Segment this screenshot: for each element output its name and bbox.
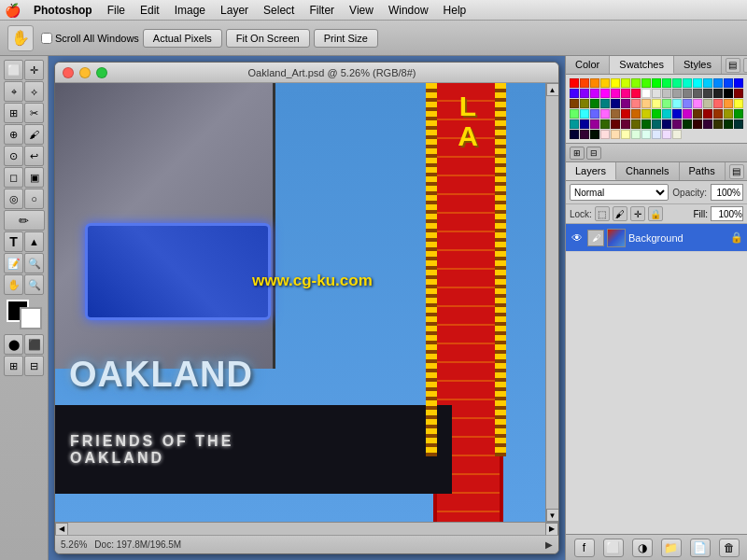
vertical-scrollbar[interactable]: ▲ ▼ [545, 83, 558, 522]
hand-tool-icon[interactable]: ✋ [7, 25, 34, 51]
swatch[interactable] [693, 89, 702, 98]
menu-select[interactable]: Select [256, 2, 302, 19]
swatch[interactable] [662, 109, 671, 119]
swatch[interactable] [662, 119, 671, 129]
tab-swatches[interactable]: Swatches [610, 56, 674, 74]
screen-mode-tool[interactable]: ⬛ [24, 334, 44, 355]
heal-tool[interactable]: ⊕ [4, 124, 23, 145]
lock-position-btn[interactable]: ✛ [630, 206, 645, 221]
swatch[interactable] [652, 109, 661, 119]
extra-tool-1[interactable]: ⊞ [4, 356, 23, 376]
notes-tool[interactable]: 📝 [4, 253, 23, 273]
swatch[interactable] [672, 109, 682, 119]
menu-photoshop[interactable]: Photoshop [26, 2, 100, 19]
swatch[interactable] [590, 99, 599, 108]
menu-view[interactable]: View [342, 2, 381, 19]
swatch[interactable] [611, 130, 620, 139]
menu-file[interactable]: File [100, 2, 133, 19]
background-color[interactable] [20, 307, 42, 329]
swatch[interactable] [703, 119, 712, 129]
tab-styles[interactable]: Styles [674, 56, 722, 74]
actual-pixels-button[interactable]: Actual Pixels [143, 29, 222, 48]
swatch[interactable] [611, 89, 620, 98]
status-arrow[interactable]: ▶ [545, 539, 553, 550]
swatch[interactable] [724, 109, 733, 119]
lock-all-btn[interactable]: 🔒 [648, 206, 663, 221]
swatch[interactable] [713, 89, 723, 98]
menu-image[interactable]: Image [167, 2, 213, 19]
layer-delete-button[interactable]: 🗑 [719, 539, 740, 557]
swatch[interactable] [724, 89, 733, 98]
clone-tool[interactable]: ⊙ [4, 146, 23, 166]
swatch[interactable] [683, 99, 692, 108]
swatch[interactable] [600, 119, 610, 129]
horizontal-scrollbar[interactable]: ◀ ▶ [55, 522, 558, 535]
swatch[interactable] [570, 130, 579, 139]
swatch[interactable] [693, 99, 702, 108]
swatch[interactable] [713, 119, 723, 129]
swatch[interactable] [580, 109, 589, 119]
layer-mask-button[interactable]: ⬜ [603, 539, 624, 557]
swatch[interactable] [621, 119, 630, 129]
swatch[interactable] [631, 119, 641, 129]
swatch[interactable] [703, 89, 712, 98]
swatch[interactable] [683, 78, 692, 88]
extra-tool-2[interactable]: ⊟ [24, 356, 44, 376]
menu-edit[interactable]: Edit [133, 2, 167, 19]
swatch[interactable] [600, 109, 610, 119]
slice-tool[interactable]: ✂ [24, 103, 44, 123]
swatch[interactable] [641, 89, 651, 98]
swatch[interactable] [683, 119, 692, 129]
layer-item-background[interactable]: 👁 🖌 Background 🔒 [566, 224, 747, 252]
swatch[interactable] [621, 109, 630, 119]
swatch[interactable] [693, 109, 702, 119]
swatch[interactable] [600, 89, 610, 98]
menu-window[interactable]: Window [381, 2, 436, 19]
swatch[interactable] [734, 99, 743, 108]
swatch[interactable] [621, 89, 630, 98]
blend-mode-dropdown[interactable]: Normal [570, 184, 669, 201]
eyedropper-tool[interactable]: 🔍 [24, 253, 44, 273]
tab-layers[interactable]: Layers [566, 162, 616, 180]
swatch[interactable] [631, 89, 641, 98]
swatch[interactable] [641, 130, 651, 139]
swatch[interactable] [734, 119, 743, 129]
swatch[interactable] [611, 99, 620, 108]
swatch[interactable] [713, 78, 723, 88]
swatch[interactable] [652, 78, 661, 88]
layer-adjustment-button[interactable]: ◑ [632, 539, 653, 557]
swatch[interactable] [580, 99, 589, 108]
scroll-track-vertical[interactable] [546, 96, 558, 509]
swatch[interactable] [703, 99, 712, 108]
lasso-tool[interactable]: ⌖ [4, 81, 23, 102]
layer-visibility-eye[interactable]: 👁 [570, 231, 585, 245]
swatch[interactable] [724, 78, 733, 88]
tab-channels[interactable]: Channels [616, 162, 679, 180]
layers-header-btn1[interactable]: ⊞ [570, 147, 585, 160]
swatch[interactable] [621, 99, 630, 108]
swatch[interactable] [662, 99, 671, 108]
eraser-tool[interactable]: ◻ [4, 167, 23, 188]
swatches-panel-menu[interactable]: ▤ [726, 58, 740, 73]
swatch[interactable] [580, 78, 589, 88]
swatch[interactable] [631, 109, 641, 119]
move-tool[interactable]: ✛ [24, 60, 44, 80]
swatch[interactable] [570, 99, 579, 108]
layers-panel-menu[interactable]: ▤ [729, 164, 744, 179]
tab-paths[interactable]: Paths [680, 162, 726, 180]
swatch[interactable] [703, 78, 712, 88]
swatch[interactable] [713, 109, 723, 119]
swatch[interactable] [570, 89, 579, 98]
marquee-tool[interactable]: ⬜ [4, 60, 23, 80]
menu-filter[interactable]: Filter [302, 2, 342, 19]
swatch[interactable] [683, 89, 692, 98]
shape-tool[interactable]: ▲ [24, 231, 44, 252]
swatch[interactable] [683, 109, 692, 119]
swatch[interactable] [703, 109, 712, 119]
history-tool[interactable]: ↩ [24, 146, 44, 166]
swatch[interactable] [672, 130, 682, 139]
scroll-down-arrow[interactable]: ▼ [546, 509, 559, 522]
magic-wand-tool[interactable]: ⟡ [24, 81, 44, 102]
swatch[interactable] [724, 99, 733, 108]
swatch[interactable] [590, 119, 599, 129]
